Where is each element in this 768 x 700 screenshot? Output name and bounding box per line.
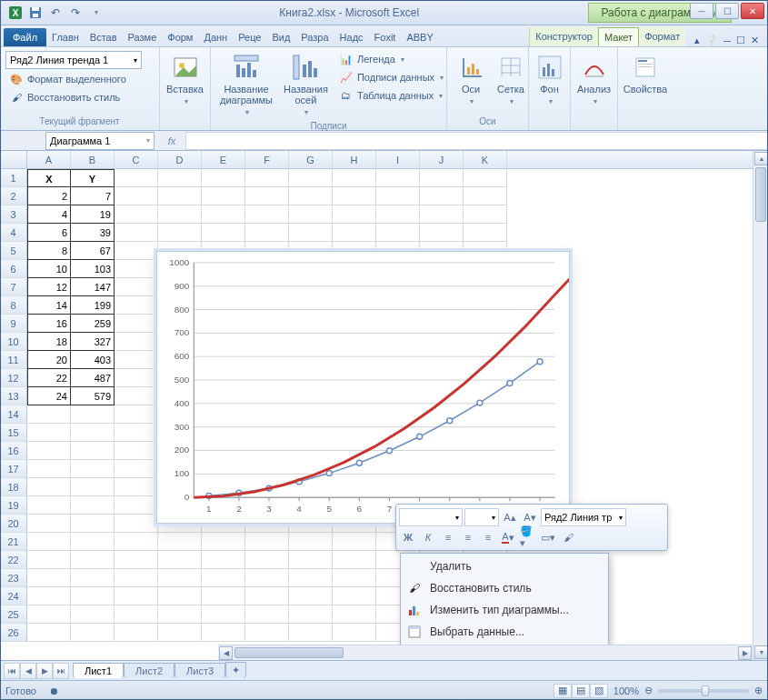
tab-view[interactable]: Вид bbox=[266, 28, 295, 46]
row-header[interactable]: 12 bbox=[0, 369, 27, 387]
cell[interactable] bbox=[158, 587, 202, 605]
tab-chart-layout[interactable]: Макет bbox=[598, 27, 639, 46]
row-header[interactable]: 16 bbox=[0, 442, 27, 460]
cell[interactable] bbox=[27, 515, 71, 533]
cell[interactable] bbox=[115, 424, 158, 442]
embedded-chart[interactable]: 0100200300400500600700800900100012345678… bbox=[156, 251, 570, 524]
shrink-font-icon[interactable]: A▾ bbox=[521, 508, 539, 526]
cell[interactable] bbox=[27, 424, 71, 442]
cell[interactable] bbox=[420, 224, 464, 242]
column-header[interactable]: I bbox=[376, 151, 420, 168]
row-header[interactable]: 9 bbox=[0, 315, 27, 333]
cell[interactable]: 14 bbox=[27, 296, 71, 315]
cell[interactable]: 199 bbox=[71, 296, 115, 315]
tab-file[interactable]: Файл bbox=[4, 28, 46, 46]
column-header[interactable]: F bbox=[245, 151, 289, 168]
cell[interactable] bbox=[245, 533, 289, 551]
cell[interactable] bbox=[115, 205, 158, 224]
cell[interactable] bbox=[158, 551, 202, 569]
cell[interactable] bbox=[115, 587, 158, 605]
font-color-icon[interactable]: A▾ bbox=[499, 528, 517, 546]
cell[interactable] bbox=[158, 187, 202, 205]
cell[interactable]: 24 bbox=[27, 387, 71, 405]
cell[interactable] bbox=[289, 551, 333, 569]
cell[interactable] bbox=[333, 224, 376, 242]
tab-formulas[interactable]: Форм bbox=[162, 28, 198, 46]
cell[interactable] bbox=[27, 460, 71, 478]
align-left-icon[interactable]: ≡ bbox=[439, 528, 457, 546]
cell[interactable]: 2 bbox=[27, 187, 71, 205]
new-sheet-button[interactable]: ✦ bbox=[225, 662, 246, 678]
page-layout-view-button[interactable]: ▤ bbox=[572, 684, 590, 698]
cell[interactable] bbox=[158, 224, 202, 242]
cell[interactable] bbox=[71, 569, 115, 587]
cell[interactable]: 16 bbox=[27, 315, 71, 333]
cell[interactable] bbox=[27, 478, 71, 496]
gridlines-button[interactable]: Сетка bbox=[493, 51, 529, 108]
tab-addins[interactable]: Надс bbox=[334, 28, 369, 46]
cell[interactable] bbox=[202, 587, 245, 605]
background-button[interactable]: Фон bbox=[534, 51, 564, 108]
cell[interactable]: 12 bbox=[27, 278, 71, 296]
cell[interactable] bbox=[289, 205, 333, 224]
cell[interactable] bbox=[71, 478, 115, 496]
sheet-nav-first[interactable]: ⏮ bbox=[4, 663, 20, 679]
cell[interactable]: 8 bbox=[27, 242, 71, 260]
cell[interactable] bbox=[27, 605, 71, 624]
cell[interactable] bbox=[115, 187, 158, 205]
cell[interactable] bbox=[71, 460, 115, 478]
cell[interactable]: Y bbox=[71, 169, 115, 187]
help-icon[interactable]: ❔ bbox=[705, 35, 718, 46]
tab-chart-design[interactable]: Конструктор bbox=[530, 27, 598, 46]
cell[interactable] bbox=[115, 405, 158, 424]
normal-view-button[interactable]: ▦ bbox=[554, 684, 572, 698]
cell[interactable] bbox=[71, 533, 115, 551]
data-labels-button[interactable]: 📈Подписи данных bbox=[335, 69, 447, 85]
cell[interactable] bbox=[115, 278, 158, 296]
column-header[interactable]: B bbox=[71, 151, 115, 168]
cell[interactable] bbox=[464, 187, 507, 205]
cell[interactable] bbox=[333, 587, 376, 605]
cell[interactable] bbox=[27, 442, 71, 460]
scroll-right-icon[interactable]: ▶ bbox=[738, 646, 752, 660]
cell[interactable] bbox=[115, 496, 158, 515]
hscroll-thumb[interactable] bbox=[234, 647, 344, 658]
row-header[interactable]: 7 bbox=[0, 278, 27, 296]
cell[interactable] bbox=[115, 460, 158, 478]
worksheet-grid[interactable]: ABCDEFGHIJK 1XY2273419463958676101037121… bbox=[0, 151, 768, 660]
cell[interactable] bbox=[27, 569, 71, 587]
cell[interactable] bbox=[158, 605, 202, 624]
mdi-min-icon[interactable]: ─ bbox=[723, 35, 731, 46]
cell[interactable] bbox=[158, 624, 202, 642]
cell[interactable] bbox=[158, 169, 202, 187]
cell[interactable] bbox=[27, 496, 71, 515]
row-header[interactable]: 15 bbox=[0, 424, 27, 442]
cell[interactable] bbox=[289, 624, 333, 642]
cell[interactable]: 327 bbox=[71, 333, 115, 351]
cell[interactable]: 147 bbox=[71, 278, 115, 296]
cell[interactable] bbox=[115, 569, 158, 587]
name-box[interactable]: Диаграмма 1▾ bbox=[45, 132, 155, 150]
minimize-ribbon-icon[interactable]: ▴ bbox=[694, 35, 700, 46]
cell[interactable]: 67 bbox=[71, 242, 115, 260]
ctx-delete[interactable]: Удалить bbox=[403, 555, 606, 577]
analysis-button[interactable]: Анализ bbox=[576, 51, 612, 108]
properties-button[interactable]: Свойства bbox=[623, 51, 667, 96]
row-header[interactable]: 26 bbox=[0, 624, 27, 642]
italic-icon[interactable]: К bbox=[419, 528, 437, 546]
fill-color-icon[interactable]: 🪣▾ bbox=[519, 528, 537, 546]
select-all-corner[interactable] bbox=[0, 151, 27, 168]
cell[interactable] bbox=[158, 569, 202, 587]
cell[interactable] bbox=[71, 515, 115, 533]
tab-review[interactable]: Реце bbox=[233, 28, 266, 46]
tab-insert[interactable]: Встав bbox=[85, 28, 123, 46]
cell[interactable]: 4 bbox=[27, 205, 71, 224]
row-header[interactable]: 25 bbox=[0, 605, 27, 624]
row-header[interactable]: 4 bbox=[0, 224, 27, 242]
cell[interactable] bbox=[27, 587, 71, 605]
tab-pagelayout[interactable]: Разме bbox=[123, 28, 163, 46]
cell[interactable] bbox=[333, 605, 376, 624]
cell[interactable] bbox=[333, 187, 376, 205]
cell[interactable]: 487 bbox=[71, 369, 115, 387]
row-header[interactable]: 1 bbox=[0, 169, 27, 187]
